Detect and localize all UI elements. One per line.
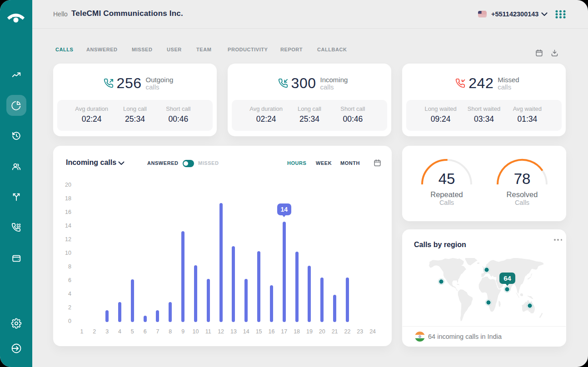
svg-text:64: 64 xyxy=(503,274,511,282)
